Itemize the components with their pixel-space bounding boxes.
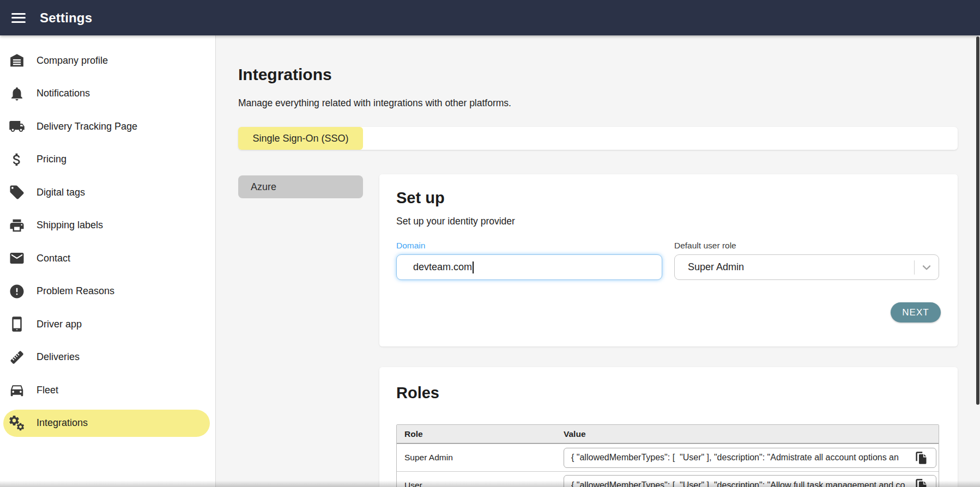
- sidebar-item-label: Shipping labels: [37, 220, 103, 231]
- select-divider: [914, 260, 915, 275]
- sidebar-item-label: Problem Reasons: [37, 285, 114, 297]
- sidebar-item-contact[interactable]: Contact: [3, 245, 210, 272]
- role-name: Super Admin: [397, 453, 557, 462]
- menu-icon[interactable]: [11, 13, 26, 23]
- ruler-icon: [8, 349, 26, 366]
- default-user-role-label: Default user role: [674, 240, 939, 251]
- sidebar-item-label: Integrations: [37, 417, 88, 429]
- sidebar-item-label: Digital tags: [37, 187, 85, 198]
- app-title: Settings: [40, 10, 92, 26]
- sidebar-item-company-profile[interactable]: Company profile: [3, 47, 210, 74]
- sidebar-item-label: Notifications: [37, 88, 90, 99]
- sidebar-item-notifications[interactable]: Notifications: [3, 80, 210, 107]
- copy-icon[interactable]: [914, 478, 929, 487]
- chevron-down-icon: [919, 260, 934, 275]
- integrations-tab-bar: Single Sign-On (SSO): [238, 127, 958, 150]
- sidebar-item-integrations[interactable]: Integrations: [3, 410, 210, 437]
- roles-table: Role Value Super Admin { "allowedMemberT…: [396, 424, 939, 487]
- column-header-value: Value: [557, 429, 939, 439]
- page-subtitle: Manage everything related with integrati…: [238, 97, 958, 109]
- domain-label: Domain: [396, 240, 662, 251]
- table-row-user: User { "allowedMemberTypes": [ "User" ],…: [397, 471, 939, 487]
- table-row-super-admin: Super Admin { "allowedMemberTypes": [ "U…: [397, 444, 939, 471]
- role-value-field[interactable]: { "allowedMemberTypes": [ "User" ], "des…: [564, 475, 936, 487]
- setup-card: Set up Set up your identity provider Dom…: [379, 174, 958, 346]
- setup-subtitle: Set up your identity provider: [396, 215, 941, 227]
- copy-icon[interactable]: [914, 451, 929, 465]
- sidebar-item-label: Deliveries: [37, 351, 80, 363]
- role-value-text: { "allowedMemberTypes": [ "User" ], "des…: [571, 453, 910, 462]
- sidebar-item-digital-tags[interactable]: Digital tags: [3, 179, 210, 206]
- sidebar-item-label: Driver app: [37, 319, 82, 330]
- sidebar-item-fleet[interactable]: Fleet: [3, 376, 210, 404]
- sidebar-item-shipping-labels[interactable]: Shipping labels: [3, 212, 210, 239]
- sidebar-item-label: Delivery Tracking Page: [37, 121, 137, 132]
- main-content: Integrations Manage everything related w…: [216, 35, 980, 487]
- setup-title: Set up: [396, 188, 941, 207]
- truck-icon: [8, 118, 26, 135]
- role-name: User: [397, 480, 557, 487]
- tag-icon: [8, 184, 26, 201]
- role-value-text: { "allowedMemberTypes": [ "User" ], "des…: [571, 480, 910, 487]
- warehouse-icon: [8, 52, 26, 69]
- roles-card: Roles Role Value Super Admin { "allowedM…: [379, 367, 958, 487]
- tab-single-sign-on[interactable]: Single Sign-On (SSO): [238, 127, 363, 150]
- app-header: Settings: [0, 0, 980, 35]
- sidebar-item-deliveries[interactable]: Deliveries: [3, 344, 210, 371]
- sidebar-item-label: Company profile: [37, 55, 108, 66]
- sidebar-item-problem-reasons[interactable]: Problem Reasons: [3, 278, 210, 305]
- sidebar-item-label: Pricing: [37, 154, 66, 165]
- sidebar-item-label: Fleet: [37, 385, 58, 396]
- smartphone-icon: [8, 315, 26, 333]
- roles-title: Roles: [396, 383, 941, 402]
- scrollbar-thumb[interactable]: [976, 36, 979, 405]
- error-icon: [8, 283, 26, 300]
- roles-table-header: Role Value: [397, 425, 939, 444]
- domain-input[interactable]: devteam.com: [396, 254, 662, 280]
- page-title: Integrations: [238, 65, 958, 84]
- sidebar-item-pricing[interactable]: Pricing: [3, 146, 210, 173]
- domain-input-value: devteam.com: [413, 261, 472, 273]
- sidebar-item-driver-app[interactable]: Driver app: [3, 311, 210, 338]
- text-cursor: [473, 261, 474, 273]
- default-user-role-value: Super Admin: [688, 261, 914, 273]
- sidebar-item-delivery-tracking-page[interactable]: Delivery Tracking Page: [3, 113, 210, 140]
- bell-icon: [8, 85, 26, 102]
- printer-icon: [8, 217, 26, 234]
- next-button[interactable]: NEXT: [891, 302, 941, 322]
- role-value-field[interactable]: { "allowedMemberTypes": [ "User" ], "des…: [564, 448, 936, 468]
- envelope-icon: [8, 249, 26, 267]
- sidebar: Company profile Notifications Delivery T…: [0, 35, 216, 487]
- default-user-role-select[interactable]: Super Admin: [674, 254, 939, 280]
- gears-icon: [8, 415, 26, 432]
- car-icon: [8, 381, 26, 399]
- dollar-icon: [8, 151, 26, 168]
- column-header-role: Role: [397, 429, 557, 439]
- sidebar-item-label: Contact: [37, 253, 70, 264]
- provider-azure-button[interactable]: Azure: [238, 175, 363, 198]
